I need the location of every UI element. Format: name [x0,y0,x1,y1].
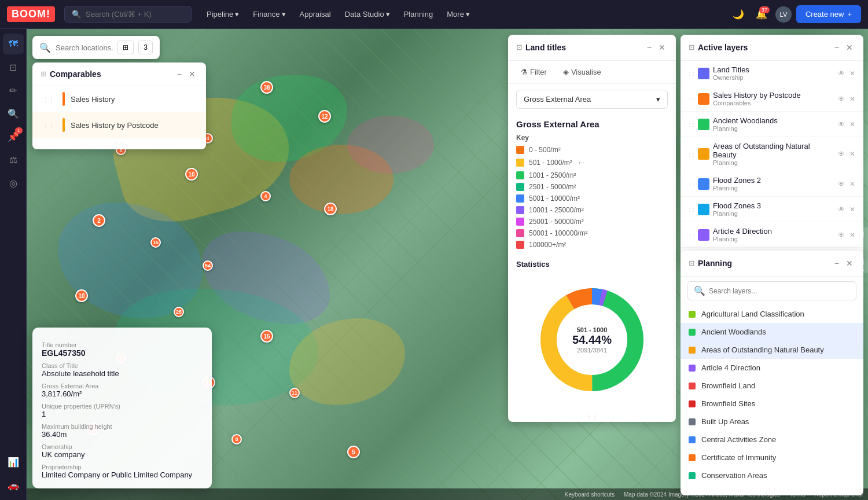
lt-dropdown[interactable]: Gross External Area ▾ [516,90,668,109]
planning-item-4[interactable]: Brownfield Land [681,377,863,395]
map-pin[interactable]: 10 [75,289,88,302]
map-pin[interactable]: 5 [347,446,360,458]
planning-item-8[interactable]: Certificate of Immunity [681,448,863,466]
layer-info-0: Land Titles Ownership [713,65,833,81]
comparables-item-1[interactable]: ⋮⋮ Sales History by Postcode [32,112,206,138]
drag-icon[interactable] [687,181,694,187]
eye-icon[interactable]: 👁 [837,120,846,128]
global-search[interactable]: 🔍 [64,6,192,23]
map-pin[interactable]: 2 [93,214,105,227]
active-layers-minimize[interactable]: − [832,42,841,53]
drag-icon[interactable] [687,70,694,76]
planning-minimize[interactable]: − [832,258,841,269]
nav-more[interactable]: More ▾ [441,6,476,22]
map-pin[interactable]: 8 [231,434,242,444]
nav-appraisal[interactable]: Appraisal [294,6,337,22]
filter-button[interactable]: ⚗ Filter [516,65,551,79]
eye-icon[interactable]: 👁 [837,180,846,188]
lt-resize-handle[interactable]: ⋮⋮ [508,411,676,422]
close-icon[interactable]: ✕ [848,69,856,78]
nav-data-studio[interactable]: Data Studio ▾ [339,6,396,22]
eye-icon[interactable]: 👁 [837,150,846,158]
item-color-indicator [62,92,65,106]
panel-resize-handle[interactable]: ⋮⋮ [32,138,206,149]
sidebar-compare-icon[interactable]: ⚖ [3,149,24,170]
planning-resize-handle[interactable]: ⋮⋮ [681,484,863,495]
layer-color-1 [698,93,709,105]
planning-search-input[interactable] [709,287,850,295]
comparables-minimize[interactable]: − [175,68,184,80]
theme-toggle[interactable]: 🌙 [729,5,748,23]
visualise-button[interactable]: ◈ Visualise [558,65,606,79]
land-titles-close[interactable]: ✕ [656,42,668,53]
map-search-bar[interactable]: 🔍 ⊞ 3 [32,36,160,59]
sidebar-layers-icon[interactable]: ⊡ [3,57,24,78]
nav-finance[interactable]: Finance ▾ [247,6,291,22]
close-icon[interactable]: ✕ [848,180,856,188]
map-view-toggle[interactable]: ⊞ [117,41,134,54]
location-search-input[interactable] [56,43,113,52]
planning-item-6[interactable]: Built Up Areas [681,413,863,431]
search-input[interactable] [86,10,184,19]
planning-search[interactable]: 🔍 [687,281,856,300]
layer-info-6: Article 4 Direction Planning [713,227,833,242]
planning-item-0[interactable]: Agricultural Land Classification [681,305,863,323]
layer-actions-4: 👁 ✕ [837,180,856,188]
close-icon[interactable]: ✕ [848,120,856,128]
planning-item-3[interactable]: Article 4 Direction [681,359,863,377]
drag-icon[interactable] [687,231,694,238]
planning-item-5[interactable]: Brownfield Sites [681,395,863,413]
eye-icon[interactable]: 👁 [837,95,846,103]
map-pin[interactable]: 15 [150,237,161,248]
sidebar-pin-icon[interactable]: 📌 1 [3,126,24,147]
map-pin[interactable]: 54 [203,260,213,271]
map-pin[interactable]: 11 [289,388,300,398]
planning-panel: ⊡ Planning − ✕ 🔍 Agricultural Land Class… [681,251,863,495]
eye-icon[interactable]: 👁 [837,69,846,78]
map-pin[interactable]: 25 [174,307,184,317]
eye-icon[interactable]: 👁 [837,231,846,239]
keyboard-shortcuts[interactable]: Keyboard shortcuts [565,491,615,498]
comparables-panel: ⊞ Comparables − ✕ ⋮⋮ Sales History ⋮⋮ Sa… [32,62,206,149]
planning-close[interactable]: ✕ [844,258,855,269]
sidebar-draw-icon[interactable]: ✏ [3,80,24,101]
planning-item-1[interactable]: Ancient Woodlands [681,323,863,341]
drag-icon[interactable] [687,95,694,102]
planning-item-7[interactable]: Central Activities Zone [681,431,863,448]
create-new-button[interactable]: Create new + [796,5,861,23]
map-pin[interactable]: 12 [318,110,331,123]
drag-icon[interactable] [687,151,694,157]
sidebar-car-icon[interactable]: 🚗 [3,475,24,495]
planning-item-color-0 [689,311,696,318]
comparables-close[interactable]: ✕ [186,68,198,80]
close-icon[interactable]: ✕ [848,231,856,239]
close-icon[interactable]: ✕ [848,95,856,103]
sidebar-map-icon[interactable]: 🗺 [3,34,24,54]
close-icon[interactable]: ✕ [848,205,856,214]
land-titles-minimize[interactable]: − [645,42,654,53]
planning-item-2[interactable]: Areas of Outstanding Natural Beauty [681,341,863,359]
map-pin[interactable]: 10 [185,168,198,181]
eye-icon[interactable]: 👁 [837,205,846,214]
notification-badge: 37 [759,6,770,13]
visualise-icon: ◈ [563,68,569,76]
sidebar-search-icon[interactable]: 🔍 [3,103,24,124]
map-pin[interactable]: 38 [260,81,273,94]
active-layers-close[interactable]: ✕ [844,42,855,53]
drag-icon[interactable] [687,206,694,212]
comparables-item-0[interactable]: ⋮⋮ Sales History [32,86,206,112]
sidebar-target-icon[interactable]: ◎ [3,172,24,193]
nav-planning[interactable]: Planning [398,6,439,22]
lt-section-title: Gross External Area [508,115,676,131]
sidebar-chart-icon[interactable]: 📊 [3,451,24,472]
map-options[interactable]: 3 [138,41,153,54]
map-pin[interactable]: 15 [260,330,273,343]
drag-icon[interactable] [687,121,694,127]
planning-item-9[interactable]: Conservation Areas [681,466,863,484]
nav-pipeline[interactable]: Pipeline ▾ [201,6,245,22]
map-pin[interactable]: 18 [324,203,337,215]
map-pin[interactable]: 4 [260,191,271,201]
user-avatar[interactable]: LV [775,6,792,23]
close-icon[interactable]: ✕ [848,150,856,158]
notifications-bell[interactable]: 🔔 37 [752,5,771,23]
